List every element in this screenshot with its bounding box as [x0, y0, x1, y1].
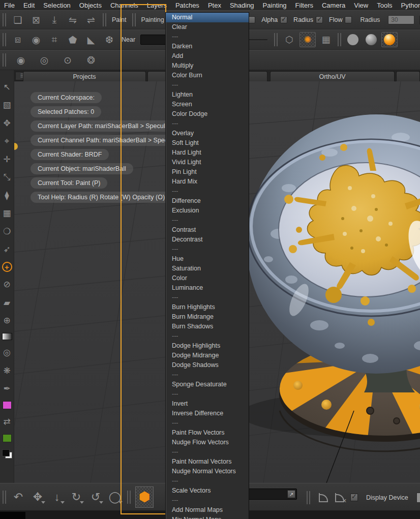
- orbit-icon[interactable]: ↺: [87, 489, 104, 506]
- paint-tool[interactable]: +: [2, 262, 12, 272]
- eraser-tool[interactable]: ▰: [2, 297, 13, 308]
- toolbar-grip[interactable]: [307, 491, 310, 504]
- option-checkbox[interactable]: Radius: [293, 16, 323, 23]
- menu-item[interactable]: Python: [401, 2, 420, 9]
- dropdown-item[interactable]: ---: [166, 370, 249, 380]
- dropdown-item[interactable]: Soft Light: [166, 138, 249, 148]
- pull-down-icon[interactable]: ↓: [48, 489, 66, 506]
- shader-ball-toggle-button[interactable]: ⬢: [135, 486, 154, 508]
- field-expand-button[interactable]: ↗: [287, 490, 295, 498]
- toolbar-grip[interactable]: [132, 13, 136, 26]
- show-selected-layers-icon[interactable]: ◎: [37, 53, 52, 67]
- dropdown-item[interactable]: Color Dodge: [166, 109, 249, 119]
- dropdown-item[interactable]: ---: [166, 418, 249, 428]
- toolbar-grip[interactable]: [3, 13, 6, 26]
- branch-left-icon[interactable]: ⇋: [65, 13, 80, 27]
- option-checkbox[interactable]: Alpha: [261, 16, 287, 23]
- toolbar-grip[interactable]: [3, 33, 6, 46]
- dropdown-item[interactable]: Contrast: [166, 225, 249, 235]
- dropdown-item[interactable]: Add Normal Maps: [166, 505, 249, 515]
- menu-item[interactable]: Layers: [147, 2, 167, 9]
- dropdown-item[interactable]: Darken: [166, 42, 249, 51]
- dropdown-item[interactable]: Lighten: [166, 90, 249, 100]
- toolbar-grip[interactable]: [3, 53, 6, 67]
- dropdown-item[interactable]: Hard Mix: [166, 177, 249, 187]
- dropdown-item[interactable]: Exclusion: [166, 206, 249, 216]
- dropdown-item[interactable]: Paint Normal Vectors: [166, 457, 249, 467]
- show-current-layer-icon[interactable]: ⊙: [60, 53, 75, 67]
- menu-item[interactable]: Ptex: [208, 2, 221, 9]
- dropdown-item[interactable]: Vivid Light: [166, 158, 249, 167]
- dropdown-item[interactable]: Normal: [166, 13, 249, 22]
- blur-tool[interactable]: ❋: [2, 365, 13, 376]
- display-device-combo[interactable]: default: [416, 493, 420, 503]
- menu-item[interactable]: Filters: [295, 2, 313, 9]
- dropdown-item[interactable]: ---: [166, 187, 249, 196]
- object-select-mode[interactable]: ⬡: [281, 32, 297, 47]
- marquee-select-tool[interactable]: ▧: [2, 100, 13, 111]
- pin-tool[interactable]: ➶: [2, 244, 13, 255]
- menu-item[interactable]: File: [4, 2, 15, 9]
- full-shading-mode[interactable]: [381, 32, 398, 47]
- dropdown-item[interactable]: Add: [166, 51, 249, 61]
- translate-icon[interactable]: ✥: [29, 489, 46, 506]
- toolbar-grip[interactable]: [3, 491, 6, 504]
- dropdown-item[interactable]: Invert: [166, 399, 249, 409]
- menu-item[interactable]: Selection: [43, 2, 70, 9]
- dropdown-item[interactable]: Dodge Highlights: [166, 341, 249, 351]
- dropdown-item[interactable]: Nudge Flow Vectors: [166, 438, 249, 447]
- clone-stamp-tool[interactable]: ⊕: [2, 315, 13, 326]
- vector-inspect-tool[interactable]: ⊘: [2, 279, 13, 290]
- blend-tool[interactable]: ◎: [2, 347, 13, 358]
- lut-curve-icon[interactable]: [318, 492, 329, 503]
- menu-item[interactable]: Painting: [263, 2, 287, 9]
- menu-item[interactable]: Tools: [377, 2, 392, 9]
- dropdown-item[interactable]: Inverse Difference: [166, 409, 249, 418]
- dropdown-item[interactable]: Saturation: [166, 264, 249, 273]
- tab-projects[interactable]: Projects: [23, 71, 146, 81]
- dropdown-item[interactable]: ---: [166, 119, 249, 129]
- basic-shading-mode[interactable]: [363, 32, 379, 47]
- slide-tool[interactable]: ⤡: [2, 172, 13, 183]
- menu-item[interactable]: Patches: [175, 2, 199, 9]
- paint-buildup-tool[interactable]: ⧫: [2, 190, 13, 201]
- foreground-color-swatch[interactable]: [3, 401, 12, 409]
- dropdown-item[interactable]: ---: [166, 32, 249, 42]
- color-picker-tool[interactable]: ✒: [2, 383, 13, 394]
- dropdown-item[interactable]: Luminance: [166, 283, 249, 293]
- toolbar-grip[interactable]: [127, 491, 131, 504]
- dropdown-item[interactable]: Decontrast: [166, 235, 249, 245]
- dropdown-item[interactable]: ---: [166, 447, 249, 457]
- tab-hidden-right[interactable]: [396, 71, 420, 81]
- selection-center-icon[interactable]: ⌗: [47, 33, 62, 47]
- near-input[interactable]: [140, 35, 169, 45]
- toolbar-grip[interactable]: [103, 13, 106, 26]
- undo-icon[interactable]: ↶: [10, 489, 27, 506]
- move-tool[interactable]: ✛: [2, 154, 13, 165]
- lasso-icon[interactable]: ◯: [106, 489, 124, 506]
- texture-view-icon[interactable]: ◉: [28, 33, 44, 47]
- gradient-tool[interactable]: [2, 333, 12, 340]
- checkbox-box[interactable]: [248, 16, 255, 23]
- checkbox-box[interactable]: [280, 16, 287, 23]
- dropdown-item[interactable]: Paint Flow Vectors: [166, 428, 249, 438]
- dropdown-item[interactable]: Burn Midrange: [166, 312, 249, 322]
- menu-item[interactable]: Camera: [322, 2, 345, 9]
- dropdown-item[interactable]: ---: [166, 293, 249, 302]
- zoom-tool[interactable]: ⌖: [2, 136, 13, 147]
- dropdown-item[interactable]: Hue: [166, 254, 249, 264]
- swap-colors-button[interactable]: ⇄: [2, 416, 13, 428]
- dropdown-item[interactable]: ---: [166, 80, 249, 90]
- branch-right-icon[interactable]: ⇌: [83, 13, 99, 27]
- dropdown-item[interactable]: ---: [166, 389, 249, 399]
- patch-select-mode[interactable]: ▦: [318, 32, 334, 47]
- show-whole-stack-icon[interactable]: ◉: [13, 53, 28, 67]
- dropdown-item[interactable]: ---: [166, 216, 249, 225]
- dropdown-item[interactable]: Color: [166, 273, 249, 283]
- toolbar-grip[interactable]: [338, 33, 341, 46]
- dropdown-item[interactable]: Difference: [166, 196, 249, 206]
- menu-item[interactable]: View: [354, 2, 368, 9]
- background-color-swatch[interactable]: [3, 434, 12, 442]
- checkbox-box[interactable]: [316, 16, 323, 23]
- pan-tool[interactable]: ✥: [2, 117, 13, 129]
